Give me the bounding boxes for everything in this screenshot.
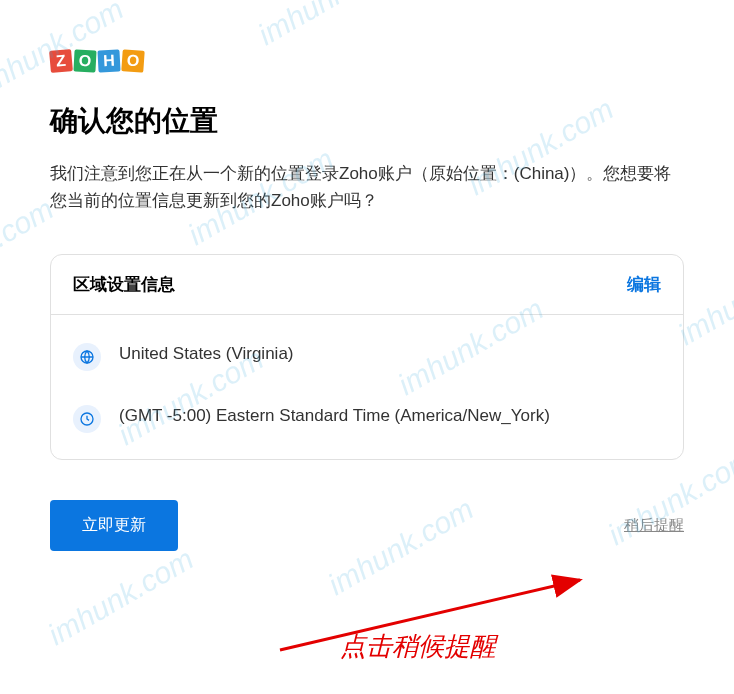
timezone-row: (GMT -5:00) Eastern Standard Time (Ameri… — [51, 387, 683, 449]
logo-letter: O — [73, 49, 96, 72]
logo-letter: Z — [49, 49, 73, 73]
update-now-button[interactable]: 立即更新 — [50, 500, 178, 551]
card-header: 区域设置信息 编辑 — [51, 255, 683, 315]
clock-icon — [73, 405, 101, 433]
card-header-title: 区域设置信息 — [73, 273, 175, 296]
card-body: United States (Virginia) (GMT -5:00) Eas… — [51, 315, 683, 459]
annotation-text: 点击稍候提醒 — [340, 629, 496, 664]
globe-icon — [73, 343, 101, 371]
zoho-logo: Z O H O — [50, 50, 684, 72]
remind-later-link[interactable]: 稍后提醒 — [624, 516, 684, 535]
edit-link[interactable]: 编辑 — [627, 273, 661, 296]
page-title: 确认您的位置 — [50, 102, 684, 140]
page-description: 我们注意到您正在从一个新的位置登录Zoho账户（原始位置：(China)）。您想… — [50, 160, 684, 214]
timezone-text: (GMT -5:00) Eastern Standard Time (Ameri… — [119, 403, 550, 429]
location-text: United States (Virginia) — [119, 341, 294, 367]
logo-letter: H — [97, 49, 120, 72]
logo-letter: O — [121, 49, 144, 72]
locale-card: 区域设置信息 编辑 United States (Virginia) (GMT … — [50, 254, 684, 460]
location-row: United States (Virginia) — [51, 325, 683, 387]
actions-row: 立即更新 稍后提醒 — [50, 500, 684, 551]
